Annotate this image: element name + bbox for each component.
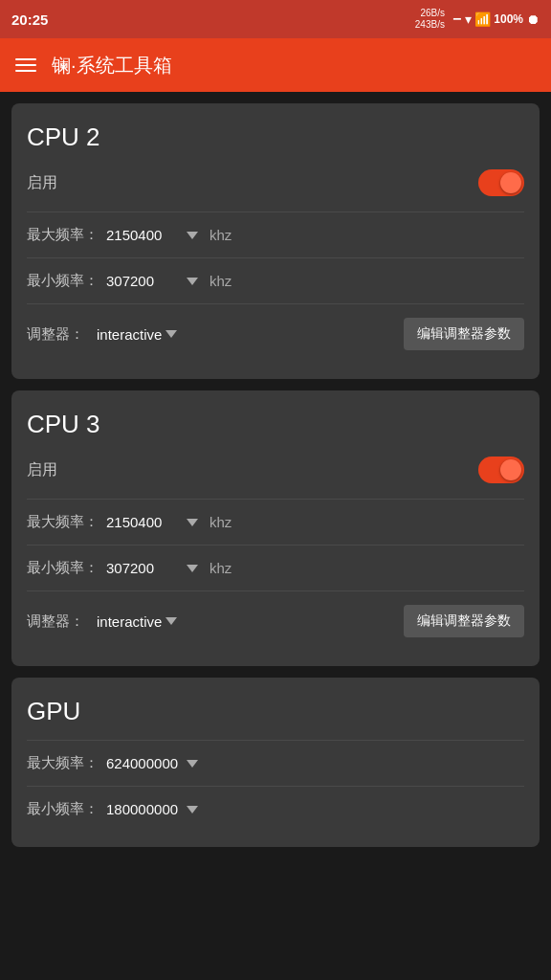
- cpu2-enable-row: 启用: [27, 166, 524, 208]
- cpu3-adj-select[interactable]: interactive: [97, 613, 231, 630]
- cpu2-card: CPU 2 启用 最大频率： 2150400 khz 最小频率： 307200 …: [11, 103, 540, 379]
- cpu2-adj-row: 调整器： interactive 编辑调整器参数: [27, 308, 524, 360]
- cpu2-max-freq-arrow[interactable]: [187, 232, 198, 239]
- cpu2-divider2: [27, 257, 524, 258]
- cpu3-min-freq-value: 307200: [106, 560, 183, 576]
- app-title: 镧·系统工具箱: [52, 53, 172, 78]
- minus-icon: −: [452, 11, 461, 28]
- cpu3-min-freq-row: 最小频率： 307200 khz: [27, 549, 524, 587]
- cpu2-min-freq-row: 最小频率： 307200 khz: [27, 262, 524, 300]
- cpu3-enable-label: 启用: [27, 460, 57, 480]
- gpu-max-freq-row: 最大频率： 624000000: [27, 745, 524, 782]
- menu-button[interactable]: [15, 58, 36, 72]
- gpu-title: GPU: [27, 697, 524, 726]
- cpu2-adj-value: interactive: [97, 326, 162, 343]
- cpu3-max-freq-label: 最大频率：: [27, 513, 99, 531]
- cpu2-min-freq-value: 307200: [106, 273, 183, 289]
- cpu3-title: CPU 3: [27, 410, 524, 439]
- gpu-min-freq-label: 最小频率：: [27, 800, 99, 818]
- cpu2-min-freq-arrow[interactable]: [187, 278, 198, 285]
- status-icons: − ▾ 📶 100% ⏺: [452, 11, 540, 28]
- cpu2-adj-label: 调整器：: [27, 325, 89, 344]
- network-up: 26B/s: [420, 8, 445, 19]
- cpu2-adj-select[interactable]: interactive: [97, 326, 231, 343]
- gpu-divider2: [27, 786, 524, 787]
- gpu-max-freq-value: 624000000: [106, 755, 183, 771]
- cpu3-max-freq-value: 2150400: [106, 514, 183, 530]
- gpu-min-freq-row: 最小频率： 180000000: [27, 791, 524, 828]
- cpu3-divider1: [27, 499, 524, 500]
- cpu2-min-freq-label: 最小频率：: [27, 272, 99, 290]
- network-down: 243B/s: [415, 19, 445, 31]
- cpu2-toggle[interactable]: [478, 169, 524, 196]
- cpu2-divider1: [27, 212, 524, 212]
- cpu3-adj-value: interactive: [97, 613, 162, 630]
- cpu2-edit-btn[interactable]: 编辑调整器参数: [404, 318, 524, 350]
- cpu3-enable-row: 启用: [27, 453, 524, 495]
- cpu3-toggle[interactable]: [478, 457, 524, 483]
- cpu2-max-freq-select[interactable]: 2150400: [106, 227, 198, 243]
- cpu3-min-freq-unit: khz: [209, 560, 231, 576]
- cpu3-max-freq-unit: khz: [209, 514, 231, 530]
- cpu3-divider2: [27, 545, 524, 546]
- cpu3-max-freq-arrow[interactable]: [187, 519, 198, 526]
- cpu2-max-freq-unit: khz: [209, 227, 231, 243]
- cpu3-min-freq-arrow[interactable]: [187, 565, 198, 572]
- cpu2-max-freq-row: 最大频率： 2150400 khz: [27, 216, 524, 254]
- status-right: 26B/s 243B/s − ▾ 📶 100% ⏺: [415, 8, 540, 31]
- cpu3-card: CPU 3 启用 最大频率： 2150400 khz 最小频率： 307200 …: [11, 390, 540, 666]
- cpu2-max-freq-value: 2150400: [106, 227, 183, 243]
- cpu2-title: CPU 2: [27, 122, 524, 152]
- wifi-icon: ▾: [465, 11, 472, 27]
- gpu-card: GPU 最大频率： 624000000 最小频率： 180000000: [11, 678, 540, 847]
- gpu-max-freq-label: 最大频率：: [27, 754, 99, 772]
- cpu3-adj-row: 调整器： interactive 编辑调整器参数: [27, 595, 524, 647]
- cpu2-enable-label: 启用: [27, 173, 57, 193]
- cpu2-divider3: [27, 303, 524, 304]
- signal-icon: 📶: [474, 11, 491, 27]
- gpu-min-freq-value: 180000000: [106, 801, 183, 817]
- main-content: CPU 2 启用 最大频率： 2150400 khz 最小频率： 307200 …: [0, 92, 551, 858]
- record-icon: ⏺: [526, 11, 540, 27]
- cpu3-min-freq-select[interactable]: 307200: [106, 560, 198, 576]
- toolbar: 镧·系统工具箱: [0, 38, 551, 92]
- cpu3-max-freq-row: 最大频率： 2150400 khz: [27, 503, 524, 541]
- cpu3-min-freq-label: 最小频率：: [27, 559, 99, 577]
- gpu-max-freq-arrow[interactable]: [187, 760, 198, 768]
- battery-percent: 100%: [494, 12, 523, 26]
- gpu-divider1: [27, 740, 524, 741]
- cpu2-adj-arrow[interactable]: [165, 330, 177, 338]
- cpu3-divider3: [27, 590, 524, 591]
- gpu-max-freq-select[interactable]: 624000000: [106, 755, 198, 771]
- status-bar: 20:25 26B/s 243B/s − ▾ 📶 100% ⏺: [0, 0, 551, 38]
- cpu2-max-freq-label: 最大频率：: [27, 226, 99, 244]
- cpu2-min-freq-select[interactable]: 307200: [106, 273, 198, 289]
- cpu3-adj-arrow[interactable]: [165, 617, 177, 625]
- gpu-min-freq-select[interactable]: 180000000: [106, 801, 198, 817]
- cpu3-edit-btn[interactable]: 编辑调整器参数: [404, 605, 524, 637]
- network-speeds: 26B/s 243B/s: [415, 8, 445, 31]
- cpu2-min-freq-unit: khz: [209, 273, 231, 289]
- gpu-min-freq-arrow[interactable]: [187, 806, 198, 813]
- cpu3-adj-label: 调整器：: [27, 612, 89, 631]
- cpu3-max-freq-select[interactable]: 2150400: [106, 514, 198, 530]
- status-time: 20:25: [11, 11, 48, 28]
